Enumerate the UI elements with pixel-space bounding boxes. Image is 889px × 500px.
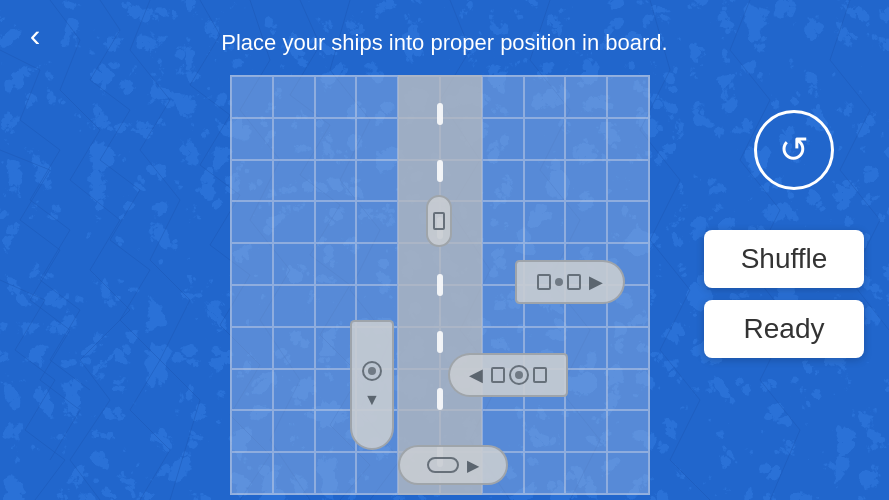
- action-buttons: Shuffle Ready: [704, 230, 864, 358]
- ship-1[interactable]: [426, 195, 452, 247]
- board-cell[interactable]: [231, 369, 273, 411]
- ready-button[interactable]: Ready: [704, 300, 864, 358]
- board-cell[interactable]: [273, 369, 315, 411]
- board-cell[interactable]: [565, 410, 607, 452]
- road-dash: [437, 160, 443, 182]
- board-cell[interactable]: [231, 452, 273, 494]
- ship-2[interactable]: ▶: [515, 260, 625, 304]
- board-cell[interactable]: [315, 201, 357, 243]
- road-dash: [437, 274, 443, 296]
- ship-detail-circle: [362, 361, 382, 381]
- board-cell[interactable]: [607, 410, 649, 452]
- board-cell[interactable]: [231, 327, 273, 369]
- board-cell[interactable]: [231, 410, 273, 452]
- board-cell[interactable]: [482, 201, 524, 243]
- ship-detail-circle: [555, 278, 563, 286]
- board-cell[interactable]: [565, 327, 607, 369]
- board-cell[interactable]: [315, 160, 357, 202]
- board-cell[interactable]: [273, 243, 315, 285]
- ship-2-icon: ▶: [537, 271, 603, 293]
- board-cell[interactable]: [273, 201, 315, 243]
- board-cell[interactable]: [607, 160, 649, 202]
- board-cell[interactable]: [273, 410, 315, 452]
- board-cell[interactable]: [315, 76, 357, 118]
- ship-5-icon: ▶: [427, 456, 479, 475]
- board-cell[interactable]: [231, 160, 273, 202]
- ship-detail-oval: [427, 457, 459, 473]
- ship-3[interactable]: ▼: [350, 320, 394, 450]
- ship-arrow-right: ▶: [467, 456, 479, 475]
- board-cell[interactable]: [524, 160, 566, 202]
- inner-circle: [515, 371, 523, 379]
- board-cell[interactable]: [565, 369, 607, 411]
- ship-4[interactable]: ◀: [448, 353, 568, 397]
- board-cell[interactable]: [273, 452, 315, 494]
- ship-arrow: ▶: [589, 271, 603, 293]
- board-cell[interactable]: [565, 452, 607, 494]
- board-cell[interactable]: [607, 76, 649, 118]
- board-cell[interactable]: [607, 452, 649, 494]
- rotate-icon: ↻: [779, 129, 809, 171]
- board-cell[interactable]: [231, 118, 273, 160]
- ship-3-icon: ▼: [362, 361, 382, 409]
- ship-5[interactable]: ▶: [398, 445, 508, 485]
- board-cell[interactable]: [524, 76, 566, 118]
- board-cell[interactable]: [524, 201, 566, 243]
- board-cell[interactable]: [273, 160, 315, 202]
- ship-detail: [567, 274, 581, 290]
- board-cell[interactable]: [356, 76, 398, 118]
- road-dash: [437, 331, 443, 353]
- board-cell[interactable]: [607, 118, 649, 160]
- inner-circle: [368, 367, 376, 375]
- road-vertical: [398, 75, 482, 495]
- board-cell[interactable]: [356, 452, 398, 494]
- ship-detail-circle: [509, 365, 529, 385]
- road-dash: [437, 388, 443, 410]
- board-cell[interactable]: [565, 118, 607, 160]
- board-cell[interactable]: [607, 327, 649, 369]
- ship-detail: [433, 212, 445, 230]
- ship-detail: [491, 367, 505, 383]
- board-cell[interactable]: [482, 118, 524, 160]
- page-title: Place your ships into proper position in…: [0, 30, 889, 56]
- board-cell[interactable]: [607, 201, 649, 243]
- board-cell[interactable]: [607, 369, 649, 411]
- board-cell[interactable]: [565, 160, 607, 202]
- board-cell[interactable]: [315, 118, 357, 160]
- ship-detail: [533, 367, 547, 383]
- rotate-button[interactable]: ↻: [754, 110, 834, 190]
- board-cell[interactable]: [524, 410, 566, 452]
- board-cell[interactable]: [356, 160, 398, 202]
- board-cell[interactable]: [565, 201, 607, 243]
- board-cell[interactable]: [273, 327, 315, 369]
- board-cell[interactable]: [273, 285, 315, 327]
- board-cell[interactable]: [524, 118, 566, 160]
- board-cell[interactable]: [356, 201, 398, 243]
- board-cell[interactable]: [482, 76, 524, 118]
- board-cell[interactable]: [315, 452, 357, 494]
- board-cell[interactable]: [524, 452, 566, 494]
- ship-detail: [537, 274, 551, 290]
- board-cell[interactable]: [231, 243, 273, 285]
- board-cell[interactable]: [356, 243, 398, 285]
- board-cell[interactable]: [273, 118, 315, 160]
- board-cell[interactable]: [482, 160, 524, 202]
- board-cell[interactable]: [231, 76, 273, 118]
- game-board-container: ▶ ▼ ◀ ▶: [230, 75, 650, 495]
- ship-1-icon: [433, 212, 445, 230]
- ship-arrow-left: ◀: [469, 364, 483, 386]
- board-cell[interactable]: [231, 201, 273, 243]
- board-cell[interactable]: [315, 243, 357, 285]
- board-cell[interactable]: [231, 285, 273, 327]
- board-cell[interactable]: [356, 118, 398, 160]
- ship-4-icon: ◀: [469, 364, 547, 386]
- board-cell[interactable]: [273, 76, 315, 118]
- ship-arrow-down: ▼: [364, 391, 380, 409]
- board-cell[interactable]: [565, 76, 607, 118]
- road-dash: [437, 103, 443, 125]
- shuffle-button[interactable]: Shuffle: [704, 230, 864, 288]
